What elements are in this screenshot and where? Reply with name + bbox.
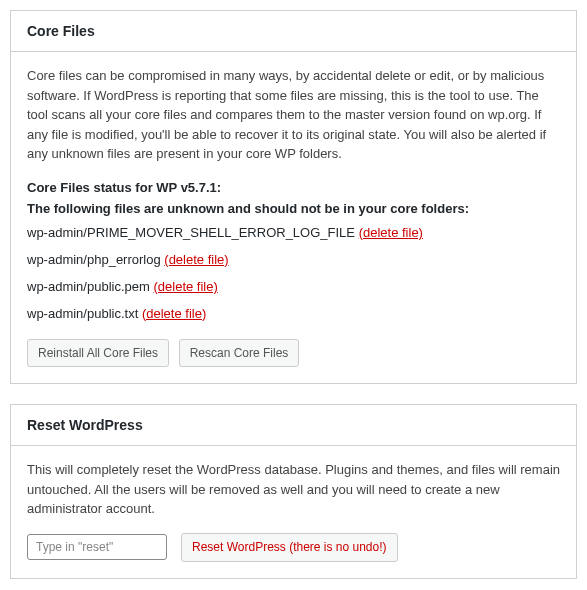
delete-file-link[interactable]: (delete file) bbox=[359, 225, 423, 240]
core-files-description: Core files can be compromised in many wa… bbox=[27, 66, 560, 164]
reinstall-core-files-button[interactable]: Reinstall All Core Files bbox=[27, 339, 169, 368]
rescan-core-files-button[interactable]: Rescan Core Files bbox=[179, 339, 300, 368]
file-item: wp-admin/public.txt (delete file) bbox=[27, 306, 560, 321]
delete-file-link[interactable]: (delete file) bbox=[164, 252, 228, 267]
delete-file-link[interactable]: (delete file) bbox=[142, 306, 206, 321]
reset-wordpress-body: This will completely reset the WordPress… bbox=[11, 446, 576, 577]
file-path: wp-admin/public.txt bbox=[27, 306, 138, 321]
core-files-body: Core files can be compromised in many wa… bbox=[11, 52, 576, 383]
core-files-header: Core Files bbox=[11, 11, 576, 52]
file-path: wp-admin/PRIME_MOVER_SHELL_ERROR_LOG_FIL… bbox=[27, 225, 355, 240]
file-item: wp-admin/php_errorlog (delete file) bbox=[27, 252, 560, 267]
core-files-status-subheading: The following files are unknown and shou… bbox=[27, 199, 560, 219]
file-path: wp-admin/public.pem bbox=[27, 279, 150, 294]
reset-wordpress-button[interactable]: Reset WordPress (there is no undo!) bbox=[181, 533, 398, 562]
file-item: wp-admin/PRIME_MOVER_SHELL_ERROR_LOG_FIL… bbox=[27, 225, 560, 240]
core-files-panel: Core Files Core files can be compromised… bbox=[10, 10, 577, 384]
reset-wordpress-header: Reset WordPress bbox=[11, 405, 576, 446]
unknown-files-list: wp-admin/PRIME_MOVER_SHELL_ERROR_LOG_FIL… bbox=[27, 225, 560, 321]
reset-wordpress-description: This will completely reset the WordPress… bbox=[27, 460, 560, 519]
reset-controls-row: Reset WordPress (there is no undo!) bbox=[27, 533, 560, 562]
reset-wordpress-panel: Reset WordPress This will completely res… bbox=[10, 404, 577, 578]
file-path: wp-admin/php_errorlog bbox=[27, 252, 161, 267]
reset-confirm-input[interactable] bbox=[27, 534, 167, 560]
reset-wordpress-title: Reset WordPress bbox=[27, 417, 560, 433]
file-item: wp-admin/public.pem (delete file) bbox=[27, 279, 560, 294]
delete-file-link[interactable]: (delete file) bbox=[153, 279, 217, 294]
core-files-title: Core Files bbox=[27, 23, 560, 39]
core-files-status-heading: Core Files status for WP v5.7.1: bbox=[27, 178, 560, 198]
